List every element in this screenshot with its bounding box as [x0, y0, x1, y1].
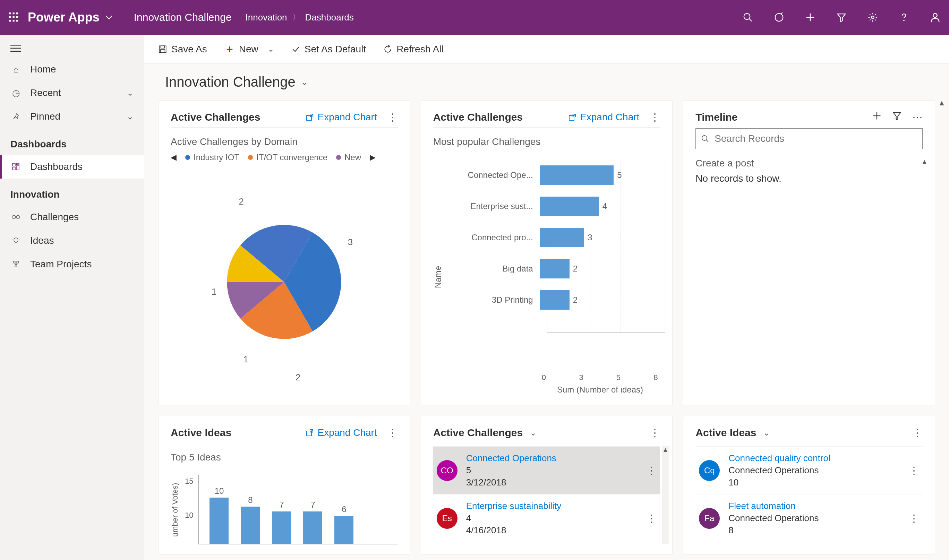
- list-item-title[interactable]: Enterprise sustainability: [466, 501, 638, 511]
- svg-point-16: [903, 20, 904, 21]
- chevron-down-icon[interactable]: ⌄: [763, 428, 770, 438]
- y-tick: 15: [185, 477, 193, 486]
- add-icon[interactable]: [803, 11, 817, 24]
- nav-pinned[interactable]: Pinned ⌄: [0, 105, 144, 128]
- chevron-down-icon[interactable]: ⌄: [301, 77, 308, 88]
- bar-fill: [540, 165, 614, 185]
- more-icon[interactable]: ⋮: [646, 464, 656, 477]
- card-title: Active Ideas: [695, 427, 756, 438]
- col-bar: [241, 506, 260, 544]
- list-item-sub: 5: [466, 465, 638, 476]
- nav-challenges[interactable]: Challenges: [0, 205, 144, 229]
- more-icon[interactable]: ⋮: [650, 426, 660, 438]
- bar-fill: [540, 259, 570, 278]
- breadcrumb-item[interactable]: Innovation: [246, 12, 287, 23]
- nav-ideas[interactable]: Ideas: [0, 229, 144, 252]
- no-records-text: No records to show.: [695, 173, 923, 184]
- filter-icon[interactable]: [892, 111, 902, 123]
- expand-chart-button[interactable]: Expand Chart: [568, 112, 639, 123]
- assistant-icon[interactable]: [772, 11, 786, 24]
- more-icon[interactable]: ⋮: [909, 512, 919, 524]
- app-launcher-icon[interactable]: [7, 11, 21, 24]
- search-icon[interactable]: [741, 11, 755, 24]
- svg-point-25: [12, 215, 15, 219]
- chevron-down-icon[interactable]: ⌄: [530, 428, 536, 438]
- svg-line-53: [706, 140, 708, 142]
- more-icon[interactable]: ⋮: [387, 426, 398, 438]
- refresh-button[interactable]: Refresh All: [383, 44, 443, 55]
- expand-chart-button[interactable]: Expand Chart: [306, 427, 377, 438]
- col-value-label: 8: [248, 495, 253, 505]
- list-item[interactable]: Cq Connected quality control Connected O…: [695, 446, 923, 494]
- settings-gear-icon[interactable]: [866, 11, 880, 24]
- bar-fill: [540, 228, 584, 247]
- list-item-sub: 4/16/2018: [466, 525, 638, 536]
- avatar: Cq: [699, 460, 720, 481]
- add-icon[interactable]: [872, 111, 882, 123]
- help-icon[interactable]: [897, 11, 911, 24]
- more-icon[interactable]: ⋮: [909, 464, 919, 477]
- list-item-title[interactable]: Connected quality control: [729, 453, 900, 464]
- more-icon[interactable]: ⋮: [646, 512, 656, 524]
- scroll-up-icon[interactable]: ▲: [938, 98, 946, 108]
- create-post-link[interactable]: Create a post: [695, 158, 923, 169]
- list-item[interactable]: Es Enterprise sustainability 4 4/16/2018…: [433, 494, 661, 542]
- app-switcher-chevron-icon[interactable]: [105, 13, 113, 22]
- y-axis-label: umber of Votes): [171, 475, 180, 545]
- sidebar: ⌂ Home ◷ Recent ⌄ Pinned ⌄ Dashboards Da…: [0, 35, 144, 560]
- col-value-label: 6: [342, 505, 346, 514]
- legend-prev-icon[interactable]: ◀: [171, 153, 177, 162]
- chevron-right-icon: 〉: [293, 12, 300, 23]
- svg-point-17: [933, 14, 937, 17]
- expand-icon: [306, 113, 314, 122]
- bar-chart: Name Connected Ope...: [433, 152, 661, 395]
- svg-rect-39: [161, 46, 165, 48]
- nav-recent[interactable]: ◷ Recent ⌄: [0, 81, 144, 105]
- new-button[interactable]: ＋ New ⌄: [225, 42, 274, 56]
- list-item[interactable]: Fa Fleet automation Connected Operations…: [695, 494, 923, 542]
- more-icon[interactable]: ⋯: [912, 111, 923, 123]
- search-records-input[interactable]: [695, 128, 923, 149]
- ideas-icon: [11, 237, 22, 245]
- active-ideas-list-card: Active Ideas ⌄ ⋮ Cq Connected quality co…: [683, 416, 935, 554]
- set-default-button[interactable]: Set As Default: [291, 44, 366, 55]
- app-name: Power Apps: [28, 10, 100, 25]
- more-icon[interactable]: ⋮: [912, 426, 923, 438]
- svg-rect-40: [160, 49, 165, 53]
- bar-value-label: 4: [602, 202, 607, 211]
- save-as-button[interactable]: Save As: [158, 44, 207, 55]
- legend-item: New: [336, 152, 361, 162]
- svg-point-52: [702, 135, 707, 140]
- nav-team-projects[interactable]: Team Projects: [0, 252, 144, 276]
- account-icon[interactable]: [928, 11, 942, 24]
- list-item-sub: 3/12/2018: [466, 477, 638, 488]
- search-input-field[interactable]: [715, 133, 917, 144]
- more-icon[interactable]: ⋮: [650, 111, 660, 123]
- legend-next-icon[interactable]: ▶: [370, 153, 376, 162]
- check-icon: [291, 45, 300, 54]
- list-item-title[interactable]: Fleet automation: [729, 501, 900, 511]
- refresh-icon: [383, 45, 392, 54]
- scroll-up-icon[interactable]: ▲: [921, 158, 928, 166]
- cmd-label: Refresh All: [396, 44, 443, 55]
- nav-home[interactable]: ⌂ Home: [0, 58, 144, 81]
- list-item-title[interactable]: Connected Operations: [466, 453, 638, 464]
- filter-icon[interactable]: [835, 11, 849, 24]
- nav-label: Recent: [30, 88, 61, 98]
- column-chart: umber of Votes) 15 10 10 8 7 7 6: [171, 468, 398, 545]
- expand-chart-button[interactable]: Expand Chart: [306, 112, 377, 123]
- list-item[interactable]: CO Connected Operations 5 3/12/2018 ⋮: [433, 446, 661, 494]
- scrollbar[interactable]: ▲: [662, 446, 669, 544]
- breadcrumb-item[interactable]: Dashboards: [305, 12, 354, 23]
- expand-icon: [568, 113, 576, 122]
- svg-point-15: [871, 16, 874, 19]
- more-icon[interactable]: ⋮: [387, 111, 398, 123]
- card-title: Active Challenges: [433, 427, 523, 438]
- hamburger-icon[interactable]: [0, 39, 144, 58]
- svg-line-10: [749, 19, 752, 22]
- timeline-card: Timeline ⋯ Create a post ▲: [683, 100, 935, 405]
- nav-dashboards[interactable]: Dashboards: [0, 155, 144, 178]
- chevron-down-icon[interactable]: ⌄: [268, 45, 274, 54]
- pin-icon: [11, 113, 22, 120]
- svg-point-28: [14, 238, 18, 242]
